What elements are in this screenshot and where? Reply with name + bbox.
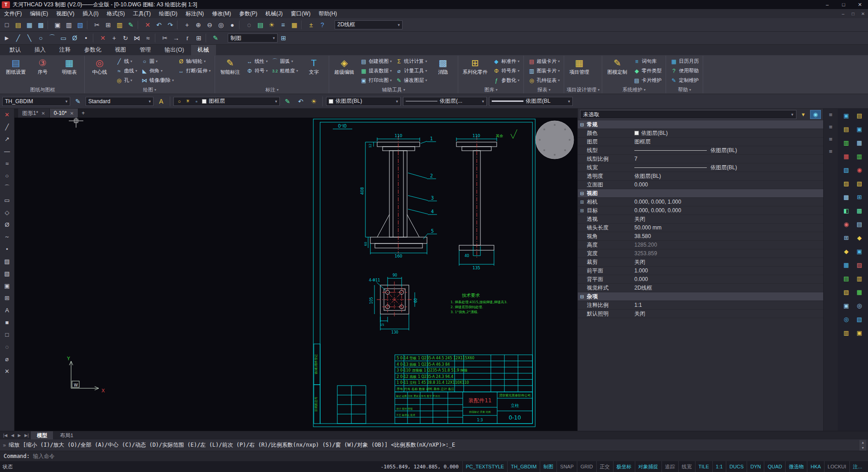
panel-menu-icon[interactable]: ≡: [829, 136, 833, 143]
polygon-tool-icon[interactable]: ◇: [2, 207, 12, 217]
color-dropdown[interactable]: 依图层(BL) ▾: [326, 97, 401, 106]
ribbon-item[interactable]: ◎ 孔特征表 ▾: [526, 76, 561, 85]
ribbon-item[interactable]: ▤ 卡片维护: [631, 76, 663, 85]
navigation-wheel-overlay[interactable]: [536, 121, 574, 159]
dock-icon[interactable]: ▩: [842, 192, 851, 201]
separator[interactable]: [138, 20, 141, 29]
ellipse-icon[interactable]: Ø: [69, 33, 80, 43]
separator[interactable]: [177, 20, 180, 29]
panel-menu-icon[interactable]: ≡: [829, 148, 833, 155]
ribbon-item[interactable]: ◆ 零件类型: [631, 66, 663, 76]
dock-icon[interactable]: ▧: [855, 315, 864, 324]
dock-icon[interactable]: ▥: [855, 152, 864, 161]
selection-dropdown[interactable]: 未选取 ▾: [580, 110, 796, 119]
separator[interactable]: [48, 20, 51, 29]
status-toggle[interactable]: TH_GBDIM: [507, 461, 540, 472]
delete-icon[interactable]: ✕: [142, 19, 153, 30]
ribbon-item[interactable]: ⌀ 计量工具 ▾: [393, 66, 429, 76]
ribbon-tab[interactable]: 管理: [133, 45, 158, 55]
layer-lock-icon[interactable]: ▫: [193, 99, 200, 104]
fillet-icon[interactable]: r: [182, 33, 193, 43]
line-icon[interactable]: ╱: [13, 33, 24, 43]
property-row[interactable]: 颜色 依图层(BL): [578, 129, 823, 138]
separator[interactable]: [87, 20, 90, 29]
ribbon-item[interactable]: ≡ 词句库: [631, 57, 663, 66]
minimize-button[interactable]: –: [819, 0, 835, 9]
property-row[interactable]: 透视 关闭: [578, 215, 823, 224]
gradient-tool-icon[interactable]: ▧: [2, 268, 12, 278]
dock-icon[interactable]: ▦: [842, 260, 851, 269]
move-icon[interactable]: +: [109, 33, 120, 43]
zoom-out-icon[interactable]: ⊖: [204, 19, 215, 30]
smart-dimension-button[interactable]: ✎ 智能标注: [217, 57, 243, 86]
publish-icon[interactable]: ▧: [75, 19, 86, 30]
dock-icon[interactable]: ◆: [855, 233, 864, 242]
extend-icon[interactable]: →: [171, 33, 182, 43]
status-toggle[interactable]: 制图: [540, 461, 556, 472]
dock-icon[interactable]: ▧: [842, 165, 851, 174]
ribbon-item[interactable]: ▦ 日历月历: [668, 57, 700, 66]
property-row[interactable]: 注释比例 1:1: [578, 301, 823, 310]
match-icon[interactable]: ✎: [210, 33, 221, 43]
cut-icon[interactable]: ✂: [91, 19, 102, 30]
dock-icon[interactable]: ▣: [842, 301, 851, 310]
dock-icon[interactable]: ◉: [842, 219, 851, 229]
settings-icon[interactable]: ☀: [266, 19, 277, 30]
match-layer-icon[interactable]: ✎: [282, 96, 293, 107]
block-tool-icon[interactable]: ■: [2, 317, 12, 327]
property-row[interactable]: 默认照明 关闭: [578, 310, 823, 318]
line-tool-icon[interactable]: ╱: [2, 122, 12, 132]
ribbon-item[interactable]: ◆ 标准件 ▾: [491, 57, 521, 66]
mirror-icon[interactable]: ⋈: [131, 33, 142, 43]
dock-icon[interactable]: ▣: [855, 328, 864, 337]
menu-item[interactable]: 标注(N): [182, 9, 208, 18]
status-toggle[interactable]: HKA: [807, 461, 824, 472]
layer-settings-icon[interactable]: ☀: [308, 96, 319, 107]
close-tab-icon[interactable]: ✕: [41, 111, 45, 116]
scroll-down-icon[interactable]: ▼: [862, 446, 863, 450]
help-icon[interactable]: ?: [317, 19, 328, 30]
ribbon-item[interactable]: 3.2 粗糙度 ▾: [269, 66, 300, 76]
point-icon[interactable]: •: [81, 33, 91, 43]
paste-icon[interactable]: ▥: [114, 19, 125, 30]
dock-icon[interactable]: ▧: [842, 287, 851, 296]
toggle-pickadd-icon[interactable]: ◉: [810, 110, 821, 119]
ribbon-item[interactable]: Ø 轴/链轮 ▾: [176, 57, 212, 66]
dock-icon[interactable]: ▤: [855, 219, 864, 229]
pan-icon[interactable]: +: [182, 19, 192, 30]
previous-layer-icon[interactable]: ↶: [295, 96, 306, 107]
print-icon[interactable]: ▣: [52, 19, 63, 30]
ribbon-item[interactable]: ? 使用帮助: [668, 66, 700, 76]
dock-icon[interactable]: ⊞: [855, 192, 864, 201]
panel-menu-icon[interactable]: ≡: [829, 111, 833, 118]
super-edit-button[interactable]: ◈ 超级编辑: [331, 57, 357, 86]
template-customize-button[interactable]: ✎ 图模定制: [604, 57, 630, 86]
ribbon-item[interactable]: ƒ 参数化 ▾: [491, 76, 521, 85]
revision-cloud-icon[interactable]: ◌: [2, 342, 12, 352]
ribbon-item[interactable]: ▦ 提表数据 ▾: [358, 66, 393, 76]
print-preview-icon[interactable]: ▥: [63, 19, 74, 30]
redo-icon[interactable]: ↷: [165, 19, 176, 30]
dock-icon[interactable]: ▦: [842, 152, 851, 161]
circle-tool-icon[interactable]: ○: [2, 171, 12, 181]
polyline-tool-icon[interactable]: ≈: [2, 158, 12, 168]
centerline-button[interactable]: ◎ 中心线: [87, 57, 112, 86]
close-button[interactable]: ✕: [852, 0, 868, 9]
property-row[interactable]: 视角 38.580: [578, 232, 823, 241]
child-close-button[interactable]: ✕: [858, 11, 868, 16]
child-minimize-button[interactable]: –: [838, 11, 848, 16]
table-tool-icon[interactable]: ⊞: [2, 293, 12, 303]
hatch-tool-icon[interactable]: ▨: [2, 256, 12, 266]
project-manager-button[interactable]: ▦ 项目管理: [566, 57, 592, 86]
ribbon-item[interactable]: Σ 统计计算 ▾: [393, 57, 429, 66]
property-row[interactable]: 镜头长度 50.000 mm: [578, 224, 823, 232]
dock-icon[interactable]: ▤: [842, 124, 851, 133]
erase-icon[interactable]: ✕: [97, 33, 108, 43]
property-row[interactable]: ⊞ 目标 0.000, 0.000, 0.000: [578, 206, 823, 215]
menu-item[interactable]: 帮助(H): [315, 9, 341, 18]
status-toggle[interactable]: DYN: [747, 461, 764, 472]
document-tab[interactable]: 0-10* ✕: [50, 109, 78, 118]
ribbon-tab[interactable]: 视图: [108, 45, 133, 55]
zoom-extents-icon[interactable]: ●: [227, 19, 238, 30]
property-row[interactable]: 线型 依图层(BL): [578, 146, 823, 155]
